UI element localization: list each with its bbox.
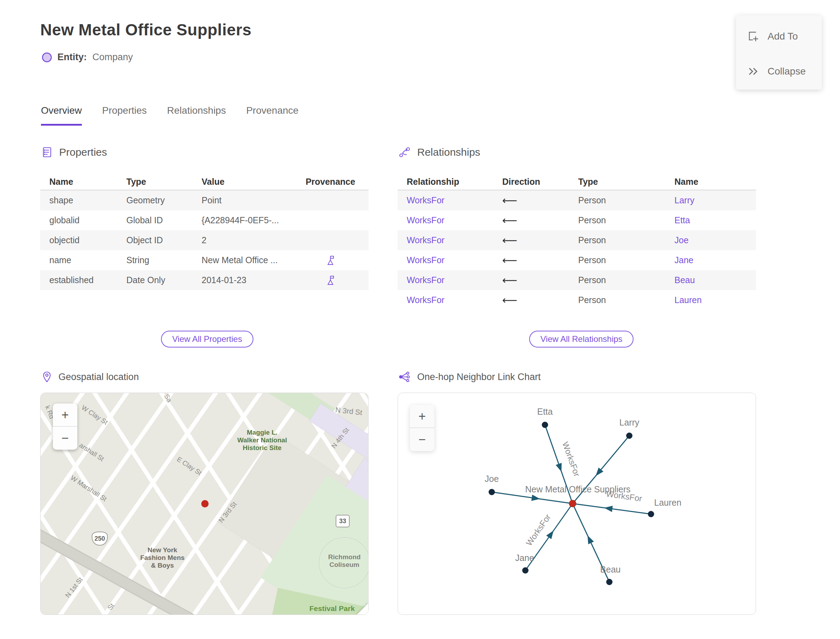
- property-type: String: [117, 255, 192, 265]
- link-chart-section-title: One-hop Neighbor Link Chart: [417, 372, 541, 383]
- property-name: established: [40, 275, 117, 285]
- direction-arrow: ⟵: [493, 274, 569, 286]
- property-type: Object ID: [117, 235, 192, 245]
- relationship-row: WorksFor ⟵ Person Larry: [398, 191, 756, 210]
- property-name: globalid: [40, 215, 117, 226]
- direction-arrow: ⟵: [493, 194, 569, 207]
- property-row: shape Geometry Point: [40, 191, 369, 210]
- link-chart-canvas: WorksFor WorksFor WorksFor Etta Larry Jo…: [398, 393, 756, 615]
- link-chart-icon: [398, 371, 411, 383]
- relationships-icon: [398, 146, 411, 158]
- col-relationship: Relationship: [398, 177, 493, 187]
- tab-relationships[interactable]: Relationships: [167, 105, 226, 126]
- node-label-center-entity: New Metal Office Suppliers: [525, 484, 630, 494]
- relationship-link[interactable]: WorksFor: [398, 255, 493, 265]
- relationship-link[interactable]: WorksFor: [398, 275, 493, 285]
- entity-details-page: New Metal Office Suppliers Entity: Compa…: [0, 0, 840, 639]
- tab-properties[interactable]: Properties: [102, 105, 147, 126]
- col-name: Name: [40, 177, 117, 187]
- node-etta[interactable]: [542, 422, 548, 428]
- relationships-section-header: Relationships: [398, 146, 480, 158]
- map-attribution-toggle-icon[interactable]: [356, 603, 369, 615]
- tab-overview[interactable]: Overview: [41, 105, 82, 126]
- place-label-richmond-coliseum: Richmond Coliseum: [318, 553, 369, 569]
- col-name: Name: [665, 177, 756, 187]
- relationships-section-title: Relationships: [417, 146, 480, 158]
- entity-label: Entity:: [57, 52, 87, 63]
- relationship-type: Person: [569, 195, 665, 205]
- property-row: established Date Only 2014-01-23: [40, 270, 369, 290]
- relationship-row: WorksFor ⟵ Person Beau: [398, 270, 756, 290]
- node-jane[interactable]: [522, 567, 528, 574]
- collapse-button[interactable]: Collapse: [747, 62, 822, 81]
- page-title: New Metal Office Suppliers: [40, 20, 251, 39]
- node-joe[interactable]: [488, 489, 495, 495]
- map-pin-icon: [41, 371, 52, 383]
- direction-arrow: ⟵: [493, 294, 569, 306]
- node-lauren[interactable]: [648, 511, 654, 517]
- property-row: globalid Global ID {A228944F-0EF5-...: [40, 210, 369, 230]
- relationship-link[interactable]: WorksFor: [398, 235, 493, 245]
- direction-arrow: ⟵: [493, 234, 569, 246]
- relationships-table-header: Relationship Direction Type Name: [398, 173, 756, 191]
- node-label-beau: Beau: [600, 564, 620, 574]
- property-name: name: [40, 255, 117, 265]
- related-entity-link[interactable]: Jane: [665, 255, 756, 265]
- node-larry[interactable]: [626, 432, 632, 439]
- related-entity-link[interactable]: Beau: [665, 275, 756, 285]
- tab-provenance[interactable]: Provenance: [246, 105, 298, 126]
- properties-icon: [41, 146, 53, 158]
- add-to-button[interactable]: Add To: [747, 27, 822, 46]
- relationship-type: Person: [569, 215, 665, 226]
- map-zoom-in-button[interactable]: +: [53, 404, 77, 427]
- relationship-link[interactable]: WorksFor: [398, 295, 493, 305]
- node-center-entity[interactable]: [569, 500, 576, 507]
- property-type: Global ID: [117, 215, 192, 226]
- property-value: 2014-01-23: [192, 275, 292, 285]
- node-label-etta: Etta: [537, 407, 553, 416]
- edge-label-worksfor: WorksFor: [524, 512, 553, 547]
- related-entity-link[interactable]: Joe: [665, 235, 756, 245]
- properties-section-header: Properties: [41, 146, 107, 158]
- view-all-properties-button[interactable]: View All Properties: [161, 331, 253, 348]
- place-label-ny-fashion: New York Fashion Mens & Boys: [131, 546, 194, 569]
- floating-action-panel: Add To Collapse: [736, 15, 822, 90]
- edge-lauren-worksfor[interactable]: [573, 504, 651, 514]
- relationship-row: WorksFor ⟵ Person Etta: [398, 210, 756, 230]
- map-zoom-control: + −: [53, 404, 77, 450]
- relationship-link[interactable]: WorksFor: [398, 195, 493, 205]
- relationship-type: Person: [569, 235, 665, 245]
- add-to-label: Add To: [768, 31, 798, 42]
- related-entity-link[interactable]: Lauren: [665, 295, 756, 305]
- relationship-row: WorksFor ⟵ Person Joe: [398, 230, 756, 250]
- chart-zoom-out-button[interactable]: −: [410, 428, 434, 451]
- property-row: objectid Object ID 2: [40, 230, 369, 250]
- related-entity-link[interactable]: Larry: [665, 195, 756, 205]
- view-all-relationships-button[interactable]: View All Relationships: [529, 331, 633, 348]
- property-value: New Metal Office ...: [192, 255, 292, 265]
- edge-label-worksfor: WorksFor: [561, 440, 582, 478]
- entity-location-marker[interactable]: [201, 500, 208, 507]
- property-value: Point: [192, 195, 292, 205]
- chart-zoom-in-button[interactable]: +: [410, 405, 434, 428]
- properties-table: Name Type Value Provenance shape Geometr…: [40, 173, 369, 290]
- properties-section-title: Properties: [59, 146, 107, 158]
- provenance-flag-icon[interactable]: [325, 274, 336, 286]
- direction-arrow: ⟵: [493, 254, 569, 266]
- node-beau[interactable]: [606, 579, 612, 585]
- relationship-link[interactable]: WorksFor: [398, 215, 493, 226]
- property-value: {A228944F-0EF5-...: [192, 215, 292, 226]
- col-provenance: Provenance: [292, 177, 369, 187]
- map-zoom-out-button[interactable]: −: [53, 427, 77, 450]
- geospatial-map[interactable]: k Rd W Clay St Sa arshall St W Marshall …: [40, 393, 369, 615]
- entity-badge: Entity: Company: [42, 52, 133, 63]
- related-entity-link[interactable]: Etta: [665, 215, 756, 226]
- relationship-type: Person: [569, 275, 665, 285]
- provenance-flag-icon[interactable]: [325, 254, 336, 266]
- relationship-type: Person: [569, 295, 665, 305]
- one-hop-link-chart[interactable]: WorksFor WorksFor WorksFor Etta Larry Jo…: [398, 393, 756, 615]
- col-type: Type: [569, 177, 665, 187]
- node-label-lauren: Lauren: [654, 498, 681, 507]
- direction-arrow: ⟵: [493, 214, 569, 226]
- property-name: shape: [40, 195, 117, 205]
